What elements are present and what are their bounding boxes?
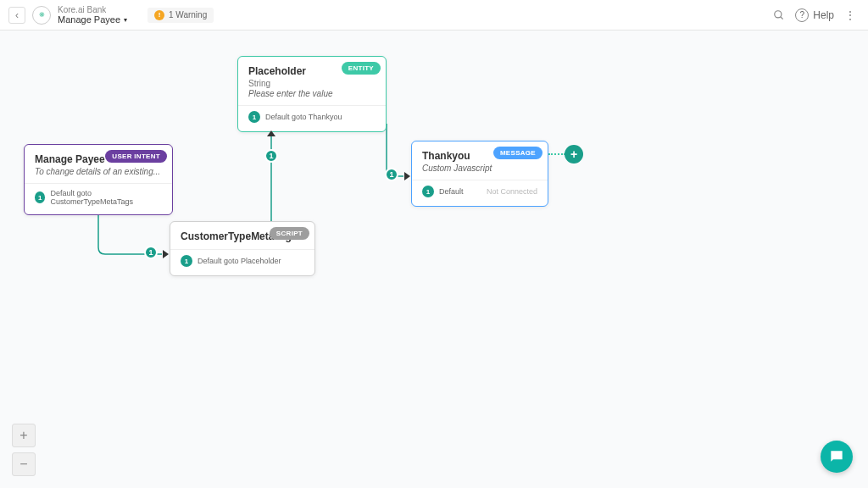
- task-name-label: Manage Payee: [58, 14, 120, 25]
- node-type-badge: MESSAGE: [493, 147, 542, 159]
- connection-label: Default: [439, 187, 464, 196]
- warning-icon: !: [154, 10, 164, 20]
- connection-badge[interactable]: 1: [144, 246, 158, 259]
- add-connector-line: [548, 153, 565, 155]
- node-prompt: Please enter the value: [248, 89, 376, 98]
- svg-line-1: [781, 16, 783, 19]
- node-description: To change details of an existing...: [35, 167, 162, 176]
- add-node-button[interactable]: +: [565, 145, 583, 164]
- zoom-in-button[interactable]: +: [12, 424, 36, 447]
- connection-wires: [0, 30, 868, 488]
- arrow-icon: [163, 250, 169, 258]
- node-subtype: String: [248, 79, 376, 88]
- connection-label: Default goto Thankyou: [265, 113, 342, 121]
- node-title: Manage Payee: [35, 153, 111, 165]
- zoom-out-button[interactable]: −: [12, 452, 36, 476]
- breadcrumb: Kore.ai Bank Manage Payee ▾: [58, 5, 127, 25]
- node-connection-row[interactable]: 1 Default goto CustomerTypeMetaTags: [35, 189, 162, 206]
- connection-number-icon: 1: [35, 191, 45, 203]
- warning-badge[interactable]: ! 1 Warning: [147, 8, 214, 23]
- search-icon[interactable]: [770, 6, 788, 25]
- help-button[interactable]: ? Help: [795, 8, 834, 22]
- connection-badge[interactable]: 1: [385, 168, 398, 181]
- node-connection-row[interactable]: 1 Default goto Placeholder: [181, 255, 304, 267]
- bot-logo-icon: ❋: [32, 6, 51, 25]
- node-user-intent[interactable]: USER INTENT Manage Payee To change detai…: [24, 144, 173, 215]
- zoom-controls: + −: [12, 424, 36, 476]
- node-connection-row[interactable]: 1 Default goto Thankyou: [248, 111, 376, 123]
- node-script[interactable]: SCRIPT CustomerTypeMetaTags 1 Default go…: [170, 221, 315, 276]
- node-entity[interactable]: ENTITY Placeholder String Please enter t…: [237, 56, 387, 132]
- svg-point-0: [775, 10, 782, 17]
- task-dropdown[interactable]: Manage Payee ▾: [58, 14, 127, 25]
- connection-number-icon: 1: [181, 255, 192, 267]
- not-connected-label: Not Connected: [487, 187, 537, 196]
- node-message[interactable]: MESSAGE Thankyou Custom Javascript 1 Def…: [411, 141, 548, 207]
- node-type-badge: ENTITY: [342, 62, 381, 75]
- chevron-down-icon: ▾: [124, 16, 127, 24]
- node-title: Placeholder: [248, 65, 325, 77]
- connection-number-icon: 1: [422, 186, 434, 197]
- help-icon: ?: [795, 8, 809, 22]
- flow-canvas[interactable]: 1 1 1 USER INTENT Manage Payee To change…: [0, 30, 868, 488]
- back-button[interactable]: ‹: [8, 7, 25, 24]
- connection-label: Default goto CustomerTypeMetaTags: [50, 189, 162, 206]
- connection-number-icon: 1: [248, 111, 260, 123]
- arrow-icon: [267, 130, 275, 136]
- node-connection-row[interactable]: 1 Default Not Connected: [422, 186, 537, 197]
- bot-name-label: Kore.ai Bank: [58, 5, 127, 14]
- chat-button[interactable]: [821, 441, 853, 473]
- warning-label: 1 Warning: [169, 10, 207, 19]
- connection-label: Default goto Placeholder: [198, 257, 281, 265]
- node-title: CustomerTypeMetaTags: [181, 230, 253, 242]
- node-type-badge: SCRIPT: [270, 227, 309, 240]
- node-title: Thankyou: [422, 150, 487, 162]
- connection-badge[interactable]: 1: [264, 149, 278, 163]
- help-label: Help: [813, 9, 834, 21]
- arrow-icon: [404, 172, 410, 180]
- node-type-badge: USER INTENT: [105, 150, 167, 163]
- node-description: Custom Javascript: [422, 164, 537, 173]
- header-bar: ‹ ❋ Kore.ai Bank Manage Payee ▾ ! 1 Warn…: [0, 0, 868, 30]
- more-options-icon[interactable]: ⋮: [841, 6, 860, 25]
- chat-icon: [828, 448, 845, 465]
